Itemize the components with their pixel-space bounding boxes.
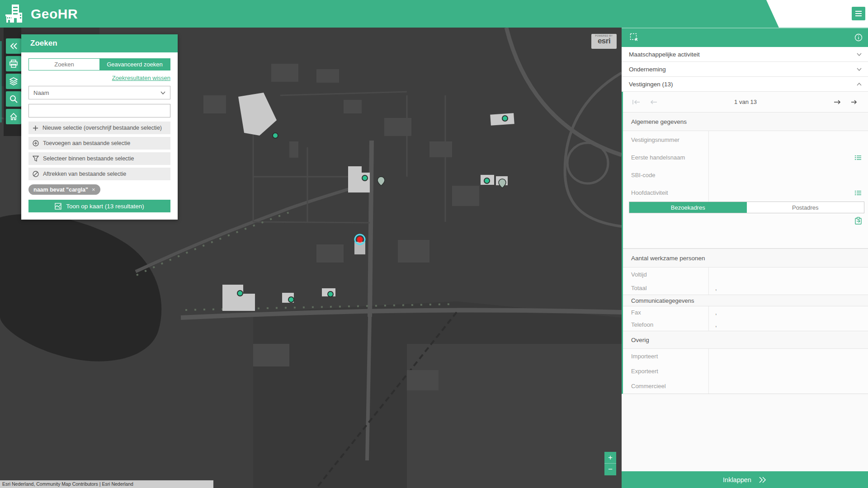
geohr-logo-icon — [5, 4, 25, 24]
field-value — [709, 131, 868, 149]
info-icon[interactable] — [854, 33, 863, 42]
field-label: Importeert — [623, 349, 709, 364]
field-label: Fax — [623, 306, 709, 319]
next-record-icon — [834, 99, 841, 105]
zoom-controls: + − — [604, 452, 616, 475]
previous-record-button[interactable] — [650, 99, 657, 105]
search-button[interactable] — [6, 91, 21, 107]
accordion-onderneming[interactable]: Onderneming — [622, 62, 868, 77]
field-label: Eerste handelsnaam — [623, 149, 709, 166]
field-label: Totaal — [623, 281, 709, 295]
search-icon — [9, 95, 18, 103]
chevron-down-icon — [857, 68, 862, 71]
clear-results-link[interactable]: Zoekresultaten wissen — [112, 75, 170, 81]
zoom-out-button[interactable]: − — [604, 464, 616, 475]
selection-mode-add[interactable]: Toevoegen aan bestaande selectie — [28, 137, 170, 150]
collapse-label: Inklappen — [723, 476, 751, 483]
collapse-panel-button[interactable] — [6, 38, 21, 54]
search-panel: Zoeken Zoeken Geavanceerd zoeken Zoekres… — [21, 34, 178, 220]
zoom-in-button[interactable]: + — [604, 452, 616, 464]
selection-mode-within[interactable]: Selecteer binnen bestaande selectie — [28, 152, 170, 165]
search-panel-title: Zoeken — [21, 34, 178, 52]
left-toolstrip — [4, 28, 21, 136]
hamburger-icon — [855, 10, 862, 17]
app-header: GeoHR — [0, 0, 868, 28]
chevron-down-icon — [857, 53, 862, 56]
field-value — [709, 184, 854, 202]
related-list-button[interactable] — [854, 184, 868, 202]
list-icon — [854, 155, 862, 161]
field-value — [709, 166, 868, 184]
selection-mode-label: Aftrekken van bestaande selectie — [43, 171, 126, 177]
field-dropdown[interactable]: Naam — [28, 86, 170, 99]
accordion-label: Maatschappelijke activiteit — [629, 51, 700, 58]
clipboard-arrow-icon — [854, 217, 862, 225]
search-tabs: Zoeken Geavanceerd zoeken — [28, 58, 170, 70]
layers-icon — [9, 77, 18, 85]
app-title: GeoHR — [31, 6, 78, 22]
field-label: Vestigingsnummer — [623, 131, 709, 149]
tab-bezoekadres[interactable]: Bezoekadres — [629, 202, 747, 213]
field-label: Telefoon — [623, 319, 709, 331]
map-marker-green[interactable] — [484, 178, 490, 183]
filter-tag-label: naam bevat "cargla" — [33, 187, 88, 193]
address-tabs: Bezoekadres Postadres — [629, 202, 864, 213]
home-button[interactable] — [6, 109, 21, 124]
remove-filter-icon[interactable]: × — [92, 186, 95, 193]
field-value — [709, 149, 854, 166]
chevrons-right-icon — [759, 477, 767, 483]
map-marker-green[interactable] — [288, 297, 294, 302]
clear-selection-icon[interactable] — [630, 33, 638, 42]
menu-button[interactable] — [852, 7, 865, 20]
field-row-sbi-code: SBI-code — [623, 166, 868, 184]
field-value — [709, 364, 868, 379]
selection-mode-new[interactable]: Nieuwe selectie (overschrijf bestaande s… — [28, 122, 170, 134]
printer-icon — [9, 60, 18, 68]
last-record-button[interactable] — [851, 99, 859, 105]
field-row-voltijd: Voltijd — [623, 267, 868, 281]
vestigingen-section: 1 van 13 Algemene gegevens Vestigingsnum… — [622, 92, 868, 394]
selection-mode-label: Nieuwe selectie (overschrijf bestaande s… — [42, 125, 162, 131]
accordion-vestigingen[interactable]: Vestigingen (13) — [622, 77, 868, 92]
previous-record-icon — [650, 99, 657, 105]
print-button[interactable] — [6, 56, 21, 71]
chevron-down-icon — [160, 91, 165, 94]
search-input[interactable] — [28, 104, 170, 117]
map-marker-green[interactable] — [362, 175, 368, 181]
accordion-label: Onderneming — [629, 66, 666, 73]
collapse-panel-button-bottom[interactable]: Inklappen — [622, 471, 868, 488]
field-row-importeert: Importeert — [623, 349, 868, 364]
section-header-aantal-werkzame-personen: Aantal werkzame personen — [623, 249, 868, 267]
details-panel: Maatschappelijke activiteit Onderneming … — [622, 28, 868, 488]
field-row-fax: Fax , — [623, 306, 868, 319]
tab-zoeken[interactable]: Zoeken — [29, 59, 99, 70]
tab-geavanceerd-zoeken[interactable]: Geavanceerd zoeken — [99, 59, 170, 70]
active-filter-tag[interactable]: naam bevat "cargla" × — [28, 184, 100, 195]
slash-circle-icon — [33, 171, 39, 177]
field-row-totaal: Totaal , — [623, 281, 868, 295]
related-list-button[interactable] — [854, 149, 868, 166]
field-dropdown-value: Naam — [33, 89, 49, 96]
copy-address-button[interactable] — [854, 217, 862, 227]
esri-logo-text: esri — [591, 37, 617, 45]
field-label: Exporteert — [623, 364, 709, 379]
show-on-map-button[interactable]: Toon op kaart (13 resultaten) — [28, 200, 170, 212]
selection-mode-label: Selecteer binnen bestaande selectie — [43, 155, 134, 162]
first-record-button[interactable] — [632, 99, 640, 105]
map-marker-green[interactable] — [273, 133, 278, 138]
accordion-maatschappelijke-activiteit[interactable]: Maatschappelijke activiteit — [622, 47, 868, 62]
field-row-telefoon: Telefoon , — [623, 319, 868, 331]
map-marker-green[interactable] — [237, 291, 243, 296]
map-marker-green[interactable] — [502, 116, 508, 121]
layers-button[interactable] — [6, 74, 21, 89]
next-record-button[interactable] — [834, 99, 841, 105]
field-row-vestigingsnummer: Vestigingsnummer — [623, 131, 868, 149]
map-marker-green[interactable] — [328, 291, 333, 297]
esri-badge: POWERED BY esri — [591, 34, 617, 49]
field-value — [709, 379, 868, 394]
field-value: , — [709, 306, 868, 319]
plus-icon — [33, 125, 38, 131]
field-value — [709, 267, 868, 281]
selection-mode-subtract[interactable]: Aftrekken van bestaande selectie — [28, 168, 170, 180]
tab-postadres[interactable]: Postadres — [747, 202, 864, 213]
